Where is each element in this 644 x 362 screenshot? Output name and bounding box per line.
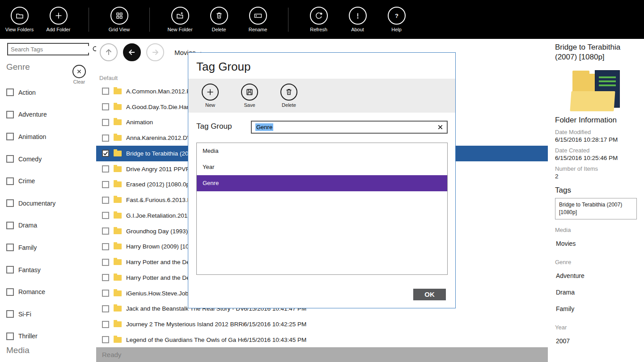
folder-icon — [114, 244, 122, 249]
file-date: 6/15/2016 10:42:25 PM — [244, 321, 306, 328]
top-toolbar: View Folders Add Folder Grid View New Fo… — [0, 0, 644, 39]
row-checkbox[interactable] — [102, 259, 109, 266]
about-label: About — [351, 27, 364, 32]
tag-filter-row[interactable]: Thriller — [6, 325, 55, 348]
tag-box[interactable]: Bridge to Terabithia (2007) [1080p] — [555, 198, 637, 219]
row-checkbox[interactable] — [102, 290, 109, 297]
grid-view-icon — [110, 7, 128, 25]
folder-icon — [114, 181, 122, 187]
nav-back-button[interactable] — [123, 43, 141, 61]
tag-filter-row[interactable]: Drama — [6, 215, 55, 237]
row-checkbox[interactable] — [102, 165, 109, 173]
tag-filter-row[interactable]: Family — [6, 236, 55, 259]
file-row[interactable]: Journey 2 The Mysterious Island 2012 BRR… — [96, 316, 548, 332]
genre-tag-list: Action Adventure Animation Comedy Crime … — [6, 81, 55, 347]
tag-label: Fantasy — [18, 266, 41, 274]
tag-checkbox[interactable] — [6, 333, 14, 340]
tag-label: Crime — [18, 177, 35, 185]
rename-button[interactable]: Rename — [238, 7, 277, 32]
tag-checkbox[interactable] — [6, 133, 14, 140]
input-clear-icon[interactable] — [437, 124, 443, 130]
folder-icon — [114, 135, 122, 141]
nav-forward-button[interactable] — [146, 43, 164, 61]
year-category-label: Year — [555, 324, 638, 331]
help-label: Help — [391, 27, 402, 32]
row-checkbox[interactable] — [102, 181, 109, 188]
row-checkbox[interactable] — [102, 336, 109, 343]
media-category-label: Media — [555, 227, 638, 233]
tag-filter-row[interactable]: Documentary — [6, 192, 55, 215]
folder-icon — [114, 290, 122, 296]
tag-filter-row[interactable]: Si-Fi — [6, 303, 55, 325]
tag-checkbox[interactable] — [6, 310, 14, 318]
tag-group-list-item[interactable]: Year — [197, 159, 447, 175]
row-checkbox[interactable] — [102, 227, 109, 235]
tag-checkbox[interactable] — [6, 88, 14, 96]
tag-filter-row[interactable]: Action — [6, 81, 55, 104]
clear-icon — [72, 65, 86, 78]
add-folder-button[interactable]: Add Folder — [39, 7, 78, 32]
tag-filter-row[interactable]: Adventure — [6, 104, 55, 126]
row-checkbox[interactable] — [102, 212, 109, 219]
folder-icon — [114, 337, 122, 343]
folder-icon — [114, 166, 122, 172]
row-checkbox[interactable] — [102, 103, 109, 110]
nav-up-button[interactable] — [100, 43, 118, 61]
tag-filter-row[interactable]: Comedy — [6, 148, 55, 170]
row-checkbox[interactable] — [102, 243, 109, 250]
help-button[interactable]: ? Help — [377, 7, 416, 32]
save-label: Save — [244, 102, 255, 108]
row-checkbox[interactable] — [102, 274, 109, 281]
genre-value: Family — [556, 305, 638, 312]
tag-filter-row[interactable]: Fantasy — [6, 259, 55, 281]
save-icon — [241, 84, 258, 101]
row-checkbox[interactable] — [102, 119, 109, 126]
view-folders-button[interactable]: View Folders — [0, 7, 39, 32]
clear-filters-button[interactable]: Clear — [69, 65, 89, 84]
date-modified-label: Date Modified — [555, 129, 638, 135]
refresh-icon — [310, 7, 328, 25]
row-checkbox-checked[interactable] — [102, 150, 109, 157]
new-folder-button[interactable]: New Folder — [161, 7, 199, 32]
date-modified-value: 6/15/2016 10:28:17 PM — [555, 136, 638, 143]
refresh-button[interactable]: Refresh — [299, 7, 338, 32]
tag-filter-row[interactable]: Crime — [6, 170, 55, 192]
tag-group-field-label: Tag Group — [196, 122, 232, 131]
tag-checkbox[interactable] — [6, 111, 14, 118]
tag-filter-row[interactable]: Romance — [6, 281, 55, 303]
dialog-save-button[interactable]: Save — [238, 84, 261, 108]
row-checkbox[interactable] — [102, 135, 109, 142]
row-checkbox[interactable] — [102, 88, 109, 95]
tag-checkbox[interactable] — [6, 177, 14, 185]
search-tags-input[interactable] — [8, 46, 92, 53]
tag-filter-row[interactable]: Animation — [6, 126, 55, 148]
folder-icon — [114, 259, 122, 265]
tag-checkbox[interactable] — [6, 199, 14, 207]
delete-button[interactable]: Delete — [199, 7, 238, 32]
row-checkbox[interactable] — [102, 197, 109, 204]
toolbar-separator — [149, 8, 150, 32]
file-row[interactable]: Legend of the Guardians The Owls of Ga H… — [96, 332, 548, 348]
new-folder-icon — [171, 7, 189, 25]
about-button[interactable]: About — [338, 7, 377, 32]
tag-label: Family — [18, 244, 37, 251]
tag-group-input[interactable]: Genre — [251, 121, 448, 134]
tag-group-list-item-selected[interactable]: Genre — [197, 175, 447, 191]
ok-button[interactable]: OK — [413, 289, 446, 300]
folder-icon — [114, 104, 122, 110]
tag-checkbox[interactable] — [6, 288, 14, 296]
folder-info-panel: Bridge to Terabithia (2007) [1080p] Fold… — [548, 39, 644, 362]
row-checkbox[interactable] — [102, 321, 109, 328]
svg-text:?: ? — [395, 13, 398, 19]
tag-checkbox[interactable] — [6, 244, 14, 251]
tag-checkbox[interactable] — [6, 266, 14, 274]
tag-checkbox[interactable] — [6, 222, 14, 229]
tag-checkbox[interactable] — [6, 155, 14, 163]
row-checkbox[interactable] — [102, 305, 109, 312]
tag-group-list-item[interactable]: Media — [197, 143, 447, 159]
dialog-delete-button[interactable]: Delete — [278, 84, 300, 108]
grid-view-button[interactable]: Grid View — [100, 7, 139, 32]
folder-icon — [114, 151, 122, 156]
dialog-new-button[interactable]: New — [199, 84, 221, 108]
tag-label: Thriller — [18, 333, 38, 340]
